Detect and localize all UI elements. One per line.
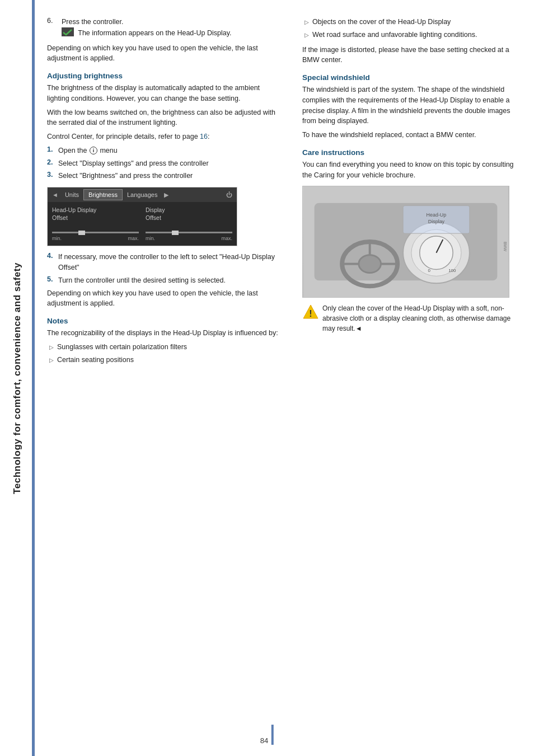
warning-text: Only clean the cover of the Head-Up Disp… (322, 303, 521, 334)
step-3: 3. Select "Brightness" and press the con… (47, 171, 282, 181)
step-3-text: Select "Brightness" and press the contro… (58, 171, 193, 181)
step-4-text: If necessary, move the controller to the… (58, 252, 282, 273)
svg-text:Display: Display (428, 219, 445, 225)
display-minmax: min. max. (146, 236, 232, 241)
left-column: 6. Press the controller. The information… (35, 11, 292, 745)
special-windshield-para1: The windshield is part of the system. Th… (302, 84, 521, 126)
warning-triangle-icon: ! (302, 303, 318, 319)
step-6-number: 6. (47, 17, 57, 25)
svg-rect-0 (62, 27, 74, 36)
brightness-para3: Control Center, for principle details, r… (47, 132, 282, 142)
tab-languages[interactable]: Languages (123, 190, 162, 200)
display-section-display: DisplayOffset min. max. (146, 206, 232, 241)
step-5-text: Turn the controller until the desired se… (58, 275, 226, 286)
display-section-hud: Head-Up DisplayOffset min. max. (52, 206, 139, 241)
display-slider-row: min. max. (146, 232, 232, 241)
step-2-num: 2. (47, 158, 55, 169)
page-bar (271, 725, 274, 745)
display-min: min. (146, 236, 155, 241)
notes-heading: Notes (47, 317, 282, 325)
display-body: Head-Up DisplayOffset min. max. (48, 202, 237, 246)
brightness-para2: With the low beams switched on, the brig… (47, 107, 282, 129)
intro-para1: Depending on which key you have used to … (47, 43, 282, 64)
hud-slider-row: min. max. (52, 232, 139, 241)
step-4: 4. If necessary, move the controller to … (47, 252, 282, 273)
info-icon: i (90, 147, 97, 154)
bullet-seating: Certain seating positions (47, 355, 282, 365)
checkmark-icon (62, 27, 74, 40)
step-6-block: 6. Press the controller. The information… (47, 17, 282, 40)
hud-min: min. (52, 236, 62, 241)
notes-bullets-left: Sunglasses with certain polarization fil… (47, 342, 282, 365)
hud-slider-handle (78, 231, 85, 235)
step-6-text: Press the controller. (62, 18, 123, 26)
step-1-text: Open the i menu (58, 145, 118, 156)
step-5: 5. Turn the controller until the desired… (47, 275, 282, 286)
brightness-para1: The brightness of the display is automat… (47, 83, 282, 104)
tab-units[interactable]: Units (60, 190, 83, 200)
notes-bullets-right: Objects on the cover of the Head-Up Disp… (302, 17, 521, 40)
hud-title: Head-Up DisplayOffset (52, 206, 139, 222)
bullet-wet-road: Wet road surface and unfavorable lightin… (302, 30, 521, 40)
hud-max: max. (128, 236, 139, 241)
step-3-num: 3. (47, 171, 55, 181)
sidebar-text-wrapper: Technology for comfort, convenience and … (0, 0, 35, 756)
svg-text:BMW: BMW (503, 242, 507, 251)
warning-box: ! Only clean the cover of the Head-Up Di… (302, 303, 521, 337)
car-dashboard-image: 0 100 Head-Up Display BMW (302, 186, 509, 298)
display-slider[interactable] (146, 232, 232, 233)
display-max: max. (221, 236, 232, 241)
care-instructions-heading: Care instructions (302, 148, 521, 157)
right-column: Objects on the cover of the Head-Up Disp… (292, 11, 533, 745)
display-slider-handle (172, 231, 179, 235)
svg-text:Head-Up: Head-Up (427, 213, 447, 218)
notes-para1: The recognizability of the displays in t… (47, 328, 282, 339)
hud-slider[interactable] (52, 232, 139, 233)
step-1: 1. Open the i menu (47, 145, 282, 156)
tab-brightness[interactable]: Brightness (83, 189, 123, 200)
car-dashboard-svg: 0 100 Head-Up Display BMW (303, 186, 509, 297)
step-5-num: 5. (47, 275, 55, 286)
bullet-sunglasses: Sunglasses with certain polarization fil… (47, 342, 282, 353)
step-2: 2. Select "Display settings" and press t… (47, 158, 282, 169)
display-tabs: ◄ Units Brightness Languages ▶ ⏻ (48, 187, 237, 202)
main-content: 6. Press the controller. The information… (35, 0, 534, 756)
tab-power-icon: ⏻ (224, 190, 235, 200)
step-2-text: Select "Display settings" and press the … (58, 158, 209, 169)
step-6-subtext: The information appears on the Head-Up D… (78, 29, 231, 37)
display-settings-image: ◄ Units Brightness Languages ▶ ⏻ Head-Up… (47, 187, 237, 246)
page-number-area: 84 (260, 725, 274, 745)
brightness-para4: Depending on which key you have used to … (47, 288, 282, 309)
adjusting-brightness-heading: Adjusting brightness (47, 72, 282, 80)
svg-text:0: 0 (428, 269, 431, 274)
display-title: DisplayOffset (146, 206, 232, 222)
svg-text:100: 100 (448, 269, 456, 274)
sidebar-bar (32, 0, 35, 756)
step-1-num: 1. (47, 145, 55, 156)
sidebar: Technology for comfort, convenience and … (0, 0, 35, 756)
step-6-content: Press the controller. The information ap… (62, 17, 231, 40)
svg-point-4 (359, 255, 381, 273)
svg-text:!: ! (309, 309, 312, 318)
page-number: 84 (260, 736, 268, 745)
sidebar-label: Technology for comfort, convenience and … (12, 262, 23, 494)
tab-arrow-right: ▶ (162, 190, 171, 200)
bullet-objects: Objects on the cover of the Head-Up Disp… (302, 17, 521, 27)
page-container: Technology for comfort, convenience and … (0, 0, 534, 756)
page-link[interactable]: 16 (200, 133, 208, 140)
special-windshield-para2: To have the windshield replaced, contact… (302, 130, 521, 140)
if-distorted-para: If the image is distorted, please have t… (302, 45, 521, 66)
special-windshield-heading: Special windshield (302, 73, 521, 82)
tab-arrow-left: ◄ (50, 190, 60, 200)
step-4-num: 4. (47, 252, 55, 273)
hud-minmax: min. max. (52, 236, 139, 241)
care-instructions-para1: You can find everything you need to know… (302, 159, 521, 181)
